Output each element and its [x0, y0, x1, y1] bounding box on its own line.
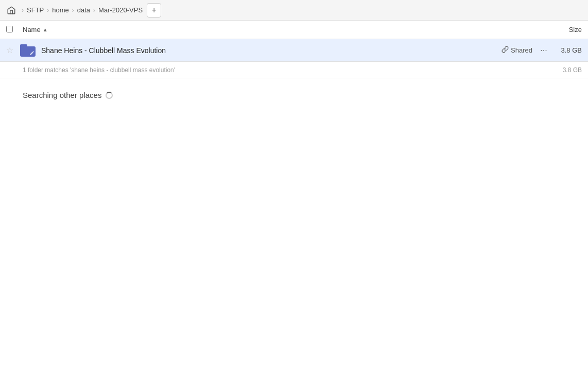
breadcrumb-sep-2: ›: [72, 7, 74, 14]
file-row[interactable]: ☆ Shane Heins - Clubbell Mass Evolution …: [0, 39, 588, 62]
column-header-row: Name ▲ Size: [0, 21, 588, 39]
breadcrumb-mar2020vps[interactable]: Mar-2020-VPS: [98, 6, 143, 14]
folder-icon: [19, 44, 37, 57]
toolbar: › SFTP › home › data › Mar-2020-VPS +: [0, 0, 588, 21]
file-size: 3.8 GB: [551, 46, 582, 54]
star-icon[interactable]: ☆: [6, 45, 19, 55]
shared-label: Shared: [511, 46, 532, 54]
match-summary-text: 1 folder matches 'shane heins - clubbell…: [23, 66, 175, 74]
match-summary-size: 3.8 GB: [563, 66, 582, 74]
match-summary-row: 1 folder matches 'shane heins - clubbell…: [0, 62, 588, 78]
sort-asc-icon: ▲: [43, 27, 48, 32]
shared-badge[interactable]: Shared: [501, 46, 532, 55]
add-button[interactable]: +: [147, 3, 161, 18]
breadcrumb-sep-3: ›: [93, 7, 95, 14]
file-actions: Shared ···: [501, 43, 551, 58]
file-name: Shane Heins - Clubbell Mass Evolution: [41, 46, 501, 55]
loading-spinner: [106, 92, 113, 99]
size-column-header[interactable]: Size: [541, 26, 582, 33]
searching-other-places-section: Searching other places: [0, 78, 588, 112]
searching-label: Searching other places: [23, 91, 101, 99]
home-icon[interactable]: [4, 3, 19, 18]
breadcrumb-sep-0: ›: [22, 7, 24, 14]
breadcrumb-sep-1: ›: [47, 7, 49, 14]
breadcrumb-sftp[interactable]: SFTP: [27, 6, 44, 14]
name-column-header[interactable]: Name ▲: [23, 26, 541, 33]
link-icon: [501, 46, 509, 55]
breadcrumb-data[interactable]: data: [77, 6, 90, 14]
select-all-checkbox[interactable]: [6, 26, 19, 34]
breadcrumb-home[interactable]: home: [52, 6, 69, 14]
more-options-button[interactable]: ···: [537, 43, 551, 58]
